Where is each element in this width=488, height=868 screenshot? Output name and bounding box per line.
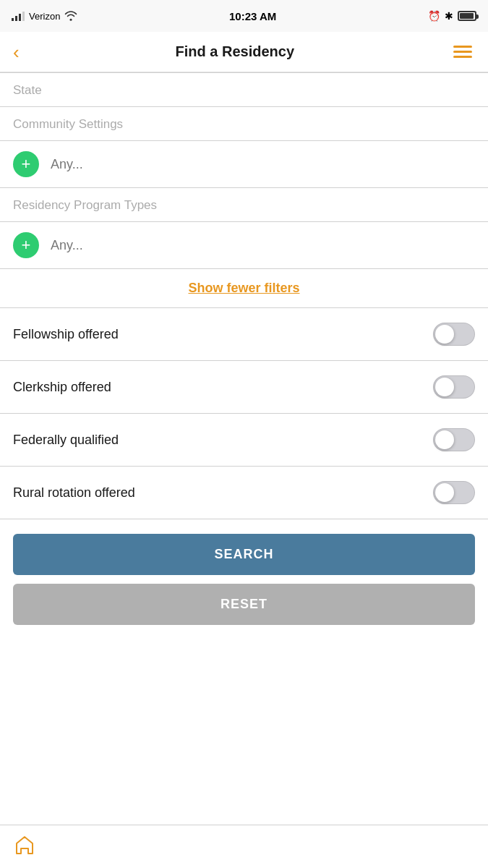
divider-rural bbox=[0, 519, 488, 519]
show-fewer-filters-link[interactable]: Show fewer filters bbox=[188, 281, 299, 295]
fellowship-toggle-knob bbox=[435, 325, 454, 344]
federally-row: Federally qualified bbox=[0, 414, 488, 466]
residency-types-row[interactable]: + Any... bbox=[0, 222, 488, 268]
rural-toggle[interactable] bbox=[433, 481, 475, 504]
wifi-icon bbox=[64, 11, 77, 21]
show-fewer-filters-container: Show fewer filters bbox=[0, 269, 488, 307]
community-settings-value: Any... bbox=[51, 157, 83, 172]
fellowship-toggle[interactable] bbox=[433, 323, 475, 346]
menu-line-1 bbox=[453, 46, 472, 48]
status-right: ⏰ ✱ bbox=[428, 10, 476, 22]
residency-add-button[interactable]: + bbox=[13, 232, 39, 258]
federally-toggle-knob bbox=[435, 430, 454, 449]
signal-icon bbox=[12, 11, 25, 21]
menu-line-2 bbox=[453, 51, 472, 53]
battery-icon bbox=[458, 11, 476, 21]
menu-line-3 bbox=[453, 56, 472, 58]
status-left: Verizon bbox=[12, 11, 77, 22]
home-tab[interactable] bbox=[13, 834, 36, 860]
community-settings-row[interactable]: + Any... bbox=[0, 141, 488, 187]
bluetooth-icon: ✱ bbox=[445, 10, 453, 22]
community-section-label: Community Settings bbox=[0, 107, 488, 140]
fellowship-label: Fellowship offered bbox=[13, 327, 119, 342]
residency-types-label: Residency Program Types bbox=[0, 188, 488, 221]
state-section-label: State bbox=[0, 73, 488, 106]
search-button[interactable]: SEARCH bbox=[13, 534, 475, 575]
status-time: 10:23 AM bbox=[229, 10, 276, 22]
alarm-icon: ⏰ bbox=[428, 10, 440, 22]
menu-button[interactable] bbox=[450, 43, 475, 61]
federally-label: Federally qualified bbox=[13, 433, 119, 448]
status-bar: Verizon 10:23 AM ⏰ ✱ bbox=[0, 0, 488, 32]
bottom-spacer bbox=[0, 625, 488, 683]
home-icon bbox=[13, 834, 36, 857]
rural-label: Rural rotation offered bbox=[13, 485, 135, 501]
bottom-tab-bar bbox=[0, 825, 488, 868]
nav-header: ‹ Find a Residency bbox=[0, 32, 488, 72]
back-button[interactable]: ‹ bbox=[13, 43, 20, 61]
reset-button[interactable]: RESET bbox=[13, 584, 475, 625]
clerkship-row: Clerkship offered bbox=[0, 361, 488, 413]
clerkship-label: Clerkship offered bbox=[13, 380, 111, 395]
page-title: Find a Residency bbox=[176, 43, 295, 60]
residency-types-value: Any... bbox=[51, 238, 83, 253]
federally-toggle[interactable] bbox=[433, 428, 475, 451]
rural-toggle-knob bbox=[435, 483, 454, 502]
community-add-button[interactable]: + bbox=[13, 151, 39, 177]
carrier-label: Verizon bbox=[29, 11, 60, 22]
fellowship-row: Fellowship offered bbox=[0, 308, 488, 360]
clerkship-toggle[interactable] bbox=[433, 375, 475, 399]
rural-row: Rural rotation offered bbox=[0, 467, 488, 519]
clerkship-toggle-knob bbox=[435, 378, 454, 396]
